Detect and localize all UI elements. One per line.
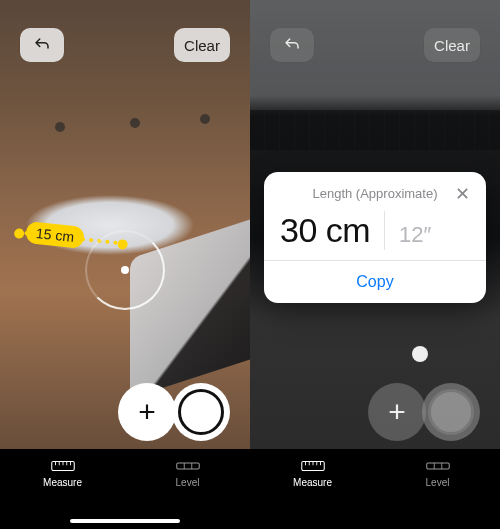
measurement-result-card: Length (Approximate) ✕ 30 cm 12″ Copy bbox=[264, 172, 486, 303]
svg-rect-3 bbox=[426, 463, 449, 469]
tab-measure[interactable]: Measure bbox=[250, 449, 375, 529]
screenshot-pair: 15 cm Clear + Measure Level bbox=[0, 0, 500, 529]
shutter-ring-icon bbox=[428, 389, 474, 435]
tab-bar: Measure Level bbox=[0, 449, 250, 529]
undo-button[interactable] bbox=[270, 28, 314, 62]
add-point-button[interactable]: + bbox=[118, 383, 176, 441]
shutter-button[interactable] bbox=[172, 383, 230, 441]
scene-detail bbox=[130, 118, 140, 128]
plus-icon: + bbox=[138, 397, 156, 427]
scene-detail-knob bbox=[412, 346, 428, 362]
undo-icon bbox=[283, 36, 301, 54]
scene-detail bbox=[200, 114, 210, 124]
phone-left: 15 cm Clear + Measure Level bbox=[0, 0, 250, 529]
result-secondary: 12″ bbox=[399, 222, 431, 248]
home-indicator[interactable] bbox=[70, 519, 180, 523]
tab-measure[interactable]: Measure bbox=[0, 449, 125, 529]
shutter-ring-icon bbox=[178, 389, 224, 435]
copy-button[interactable]: Copy bbox=[264, 260, 486, 303]
clear-button[interactable]: Clear bbox=[424, 28, 480, 62]
ruler-icon bbox=[51, 459, 75, 473]
add-point-button[interactable]: + bbox=[368, 383, 426, 441]
result-title: Length (Approximate) bbox=[312, 186, 437, 201]
result-primary: 30 cm bbox=[280, 211, 370, 250]
value-divider bbox=[384, 211, 385, 250]
ruler-icon bbox=[301, 459, 325, 473]
plus-icon: + bbox=[388, 397, 406, 427]
scene-detail bbox=[55, 122, 65, 132]
close-button[interactable]: ✕ bbox=[450, 182, 474, 206]
reticle-center-dot bbox=[121, 266, 129, 274]
capture-row: + bbox=[0, 377, 250, 441]
shutter-button[interactable] bbox=[422, 383, 480, 441]
tab-label: Measure bbox=[43, 477, 82, 488]
tab-label: Measure bbox=[293, 477, 332, 488]
undo-button[interactable] bbox=[20, 28, 64, 62]
close-icon: ✕ bbox=[455, 183, 470, 205]
undo-icon bbox=[33, 36, 51, 54]
result-values: 30 cm 12″ bbox=[280, 207, 470, 260]
tab-bar: Measure Level bbox=[250, 449, 500, 529]
clear-button[interactable]: Clear bbox=[174, 28, 230, 62]
svg-rect-1 bbox=[176, 463, 199, 469]
tab-label: Level bbox=[426, 477, 450, 488]
tab-level[interactable]: Level bbox=[125, 449, 250, 529]
level-icon bbox=[426, 459, 450, 473]
capture-row: + bbox=[250, 377, 500, 441]
tab-label: Level bbox=[176, 477, 200, 488]
ar-reticle bbox=[85, 230, 165, 310]
tab-level[interactable]: Level bbox=[375, 449, 500, 529]
phone-right: Clear Length (Approximate) ✕ 30 cm 12″ C… bbox=[250, 0, 500, 529]
level-icon bbox=[176, 459, 200, 473]
